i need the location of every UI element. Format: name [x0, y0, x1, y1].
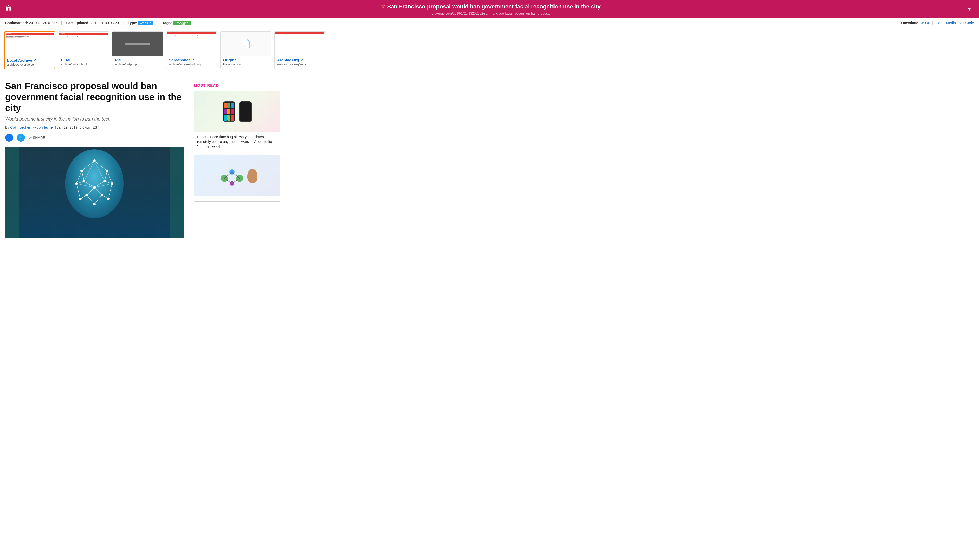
external-link-icon-screenshot: ↗: [192, 58, 194, 62]
header-center: ▽ San Francisco proposal would ban gover…: [17, 3, 965, 15]
tags-badge: untagged: [173, 21, 191, 25]
article-body: San Francisco proposal would ban governm…: [5, 80, 184, 239]
last-updated-label: Last updated: 2019-01-30 03:20: [66, 21, 119, 25]
meta-bar-left: Bookmarked: 2019-01-30 01:27 | Last upda…: [5, 21, 899, 25]
card-local-archive[interactable]: THE VERGE San Francisco proposal would b…: [4, 31, 55, 69]
svg-line-35: [94, 184, 112, 188]
svg-line-30: [80, 195, 87, 199]
download-json-link[interactable]: JSON: [921, 21, 931, 25]
external-link-icon-archive-org: ↗: [301, 58, 303, 62]
card-info-html: HTML ↗ archive/output.html: [58, 56, 109, 68]
card-path-pdf: archive/output.pdf: [115, 63, 160, 66]
card-info-pdf: PDF ↗ archive/output.pdf: [112, 56, 163, 68]
sidebar-card-1-text: Serious FaceTime bug allows you to liste…: [194, 132, 280, 152]
article-subtitle: Would become first city in the nation to…: [5, 117, 184, 122]
svg-line-18: [105, 171, 107, 181]
header-url: theverge.com/2019/1/29/18202602/san-fran…: [17, 12, 965, 15]
sidebar-img-2: [194, 155, 280, 196]
external-link-icon-local: ↗: [33, 58, 36, 62]
svg-line-25: [94, 188, 102, 195]
card-info-archive-org: Archive.Org ↗ web.archive.org/web/...: [275, 56, 325, 68]
other-share-button[interactable]: ↗ SHARE: [28, 135, 45, 140]
doc-icon: 📄: [241, 39, 251, 48]
download-label: Download:: [901, 21, 920, 25]
card-title-pdf[interactable]: PDF: [115, 58, 123, 62]
download-files-link[interactable]: Files: [935, 21, 942, 25]
meta-bar: Bookmarked: 2019-01-30 01:27 | Last upda…: [0, 18, 979, 28]
card-path-original: theverge.com: [223, 63, 269, 66]
last-updated-date: 2019-01-30 03:20: [90, 21, 119, 25]
sidebar-card-1[interactable]: Serious FaceTime bug allows you to liste…: [194, 91, 281, 152]
bookmarked-date: 2019-01-30 01:27: [29, 21, 57, 25]
svg-line-13: [82, 161, 94, 171]
card-title-original[interactable]: Original: [223, 58, 237, 62]
svg-line-26: [87, 195, 94, 204]
svg-line-27: [94, 195, 102, 204]
svg-line-15: [77, 171, 82, 184]
card-original[interactable]: 📄 Original ↗ theverge.com: [220, 31, 271, 69]
card-title-local[interactable]: Local Archive: [7, 58, 32, 62]
triangle-icon: ▽: [381, 4, 385, 10]
card-thumb-html: THE VERGE San Francisco proposal would b…: [58, 32, 109, 56]
meta-sep-3: |: [157, 21, 159, 25]
author-name-link[interactable]: Colin Lecher: [10, 125, 30, 130]
top-header: 🏛 ▽ San Francisco proposal would ban gov…: [0, 0, 979, 18]
type-badge: website: [138, 21, 154, 25]
facebook-share-button[interactable]: f: [5, 133, 13, 142]
svg-line-28: [77, 184, 80, 199]
svg-line-34: [77, 184, 94, 188]
bookmarked-label: Bookmarked: 2019-01-30 01:27: [5, 21, 57, 25]
most-read-title: MOST READ: [194, 80, 281, 87]
card-title-archive-org[interactable]: Archive.Org: [277, 58, 299, 62]
card-path-html: archive/output.html: [61, 63, 106, 66]
svg-line-23: [82, 171, 84, 181]
twitter-share-button[interactable]: 🐦: [17, 133, 25, 142]
card-info-original: Original ↗ theverge.com: [221, 56, 271, 68]
svg-line-22: [105, 181, 112, 184]
svg-line-21: [77, 181, 84, 184]
article-title: San Francisco proposal would ban governm…: [5, 80, 184, 113]
download-media-link[interactable]: Media: [946, 21, 956, 25]
meta-sep-2: |: [123, 21, 124, 25]
card-info-local: Local Archive ↗ archive/theverge.com: [5, 56, 55, 68]
card-title-screenshot[interactable]: Screenshot: [169, 58, 190, 62]
share-row: f 🐦 ↗ SHARE: [5, 133, 184, 142]
cards-row: THE VERGE San Francisco proposal would b…: [0, 28, 979, 73]
card-info-screenshot: Screenshot ↗ archive/screenshot.png: [167, 56, 217, 68]
molecule-illustration: [217, 163, 247, 188]
svg-line-24: [87, 188, 94, 195]
author-handle-link[interactable]: @colinlecher: [33, 125, 54, 130]
card-thumb-screenshot: San Francisco proposal would ban governm…: [167, 32, 217, 56]
svg-line-14: [94, 161, 107, 171]
sidebar-img-1: [194, 91, 280, 132]
site-logo: 🏛: [5, 5, 12, 13]
article-section: San Francisco proposal would ban governm…: [0, 73, 979, 239]
svg-line-32: [84, 161, 94, 181]
sidebar-card-2[interactable]: [194, 155, 281, 202]
svg-line-31: [102, 195, 109, 199]
card-html[interactable]: THE VERGE San Francisco proposal would b…: [58, 31, 109, 69]
card-screenshot[interactable]: San Francisco proposal would ban governm…: [166, 31, 217, 69]
external-link-icon-html: ↗: [73, 58, 76, 62]
card-thumb-archive-org: San Francisco proposal would ban governm…: [275, 32, 325, 56]
card-thumb-local: THE VERGE San Francisco proposal would b…: [5, 32, 55, 56]
sidebar: MOST READ: [194, 80, 281, 239]
type-label: Type: website: [128, 21, 153, 25]
article-byline: By Colin Lecher | @colinlecher | Jan 29,…: [5, 125, 184, 130]
card-path-local: archive/theverge.com: [7, 63, 52, 67]
facial-recognition-overlay: [61, 148, 127, 225]
share-label: SHARE: [33, 135, 45, 140]
card-title-html[interactable]: HTML: [61, 58, 72, 62]
external-link-icon-original: ↗: [239, 58, 242, 62]
card-path-screenshot: archive/screenshot.png: [169, 63, 214, 66]
card-thumb-pdf: [112, 32, 163, 56]
card-archive-org[interactable]: San Francisco proposal would ban governm…: [274, 31, 325, 69]
svg-line-33: [94, 161, 105, 181]
meta-bar-right: Download: JSON | Files | Media | Git Cod…: [901, 21, 974, 25]
article-date: Jan 29, 2019, 5:07pm EST: [57, 125, 99, 130]
meta-sep-1: |: [61, 21, 62, 25]
card-pdf[interactable]: PDF ↗ archive/output.pdf: [112, 31, 163, 69]
header-dropdown-button[interactable]: ▼: [965, 5, 974, 13]
svg-line-16: [107, 171, 112, 184]
download-gitcode-link[interactable]: Git Code: [960, 21, 974, 25]
